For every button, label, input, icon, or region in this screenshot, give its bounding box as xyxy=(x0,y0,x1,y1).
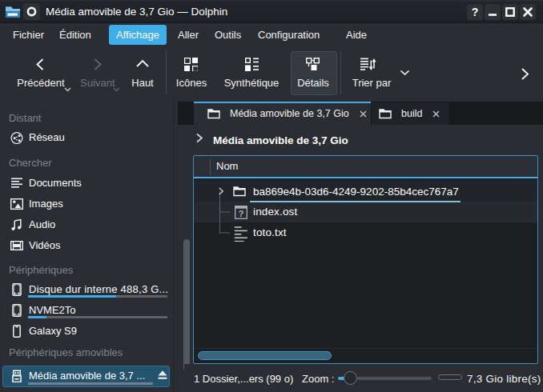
svg-text:?: ? xyxy=(238,209,243,218)
